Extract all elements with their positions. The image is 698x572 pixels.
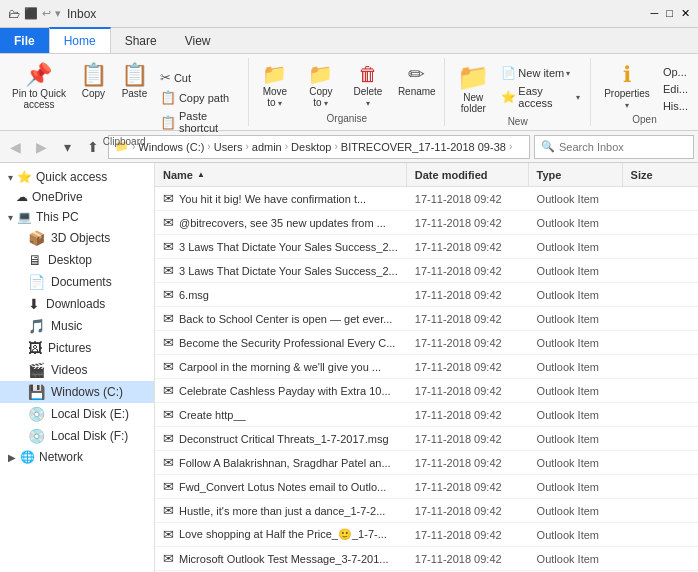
column-header-name[interactable]: Name ▲ — [155, 163, 407, 186]
search-input[interactable] — [559, 141, 687, 153]
tab-file[interactable]: File — [0, 28, 49, 53]
3d-objects-icon: 📦 — [28, 230, 45, 246]
paste-shortcut-button[interactable]: 📋 Paste shortcut — [156, 108, 242, 136]
sidebar-item-3d-objects[interactable]: 📦 3D Objects — [0, 227, 154, 249]
search-box[interactable]: 🔍 — [534, 135, 694, 159]
file-icon: ✉ — [163, 191, 174, 206]
window-buttons[interactable]: ─ □ ✕ — [651, 7, 690, 20]
table-row[interactable]: ✉Deconstruct Critical Threats_1-7-2017.m… — [155, 427, 698, 451]
table-row[interactable]: ✉Hustle, it's more than just a dance_1-7… — [155, 499, 698, 523]
table-row[interactable]: ✉Love shopping at Half the Price_🙂_1-7-.… — [155, 523, 698, 547]
tab-share[interactable]: Share — [111, 28, 171, 53]
file-name-text: Microsoft Outlook Test Message_3-7-201..… — [179, 553, 389, 565]
sidebar-item-onedrive[interactable]: ☁ OneDrive — [0, 187, 154, 207]
sidebar-item-downloads[interactable]: ⬇ Downloads — [0, 293, 154, 315]
file-type-cell: Outlook Item — [529, 481, 623, 493]
table-row[interactable]: ✉3 Laws That Dictate Your Sales Success_… — [155, 235, 698, 259]
pin-to-quick-access-button[interactable]: 📌 Pin to Quickaccess — [6, 62, 72, 112]
copyto-arrow: ▾ — [324, 99, 328, 108]
breadcrumb-desktop[interactable]: Desktop — [291, 141, 331, 153]
history-button[interactable]: His... — [659, 98, 692, 114]
column-header-type[interactable]: Type — [529, 163, 623, 186]
up-button[interactable]: ⬆ — [82, 136, 104, 158]
paste-button[interactable]: 📋 Paste — [115, 62, 154, 101]
table-row[interactable]: ✉Carpool in the morning & we'll give you… — [155, 355, 698, 379]
breadcrumb-admin[interactable]: admin — [252, 141, 282, 153]
table-row[interactable]: ✉Fwd_Convert Lotus Notes email to Outlo.… — [155, 475, 698, 499]
address-bar[interactable]: 📁 › Windows (C:) › Users › admin › Deskt… — [108, 135, 530, 159]
table-row[interactable]: ✉Create http__17-11-2018 09:42Outlook It… — [155, 403, 698, 427]
desktop-icon: 🖥 — [28, 252, 42, 268]
sidebar-item-videos[interactable]: 🎬 Videos — [0, 359, 154, 381]
sidebar-label-windows-c: Windows (C:) — [51, 385, 123, 399]
forward-button[interactable]: ▶ — [30, 136, 52, 158]
column-header-date[interactable]: Date modified — [407, 163, 529, 186]
new-item-button[interactable]: 📄 New item ▾ — [497, 64, 584, 82]
copy-path-button[interactable]: 📋 Copy path — [156, 88, 242, 107]
organise-label: Organise — [327, 113, 368, 126]
table-row[interactable]: ✉Celebrate Cashless Payday with Extra 10… — [155, 379, 698, 403]
table-row[interactable]: ✉Microsoft Outlook Test Message_3-7-201.… — [155, 547, 698, 571]
onedrive-icon: ☁ — [16, 190, 28, 204]
breadcrumb-folder[interactable]: BITRECOVER_17-11-2018 09-38 — [341, 141, 506, 153]
sidebar-item-documents[interactable]: 📄 Documents — [0, 271, 154, 293]
table-row[interactable]: ✉6.msg17-11-2018 09:42Outlook Item — [155, 283, 698, 307]
sidebar-item-pictures[interactable]: 🖼 Pictures — [0, 337, 154, 359]
file-name-text: 3 Laws That Dictate Your Sales Success_2… — [179, 265, 398, 277]
copy-button[interactable]: 📋 Copy — [74, 62, 113, 101]
sidebar-item-desktop[interactable]: 🖥 Desktop — [0, 249, 154, 271]
cut-button[interactable]: ✂ Cut — [156, 68, 242, 87]
sidebar-item-this-pc[interactable]: ▾ 💻 This PC — [0, 207, 154, 227]
sidebar-item-windows-c[interactable]: 💾 Windows (C:) — [0, 381, 154, 403]
clipboard-small-buttons: ✂ Cut 📋 Copy path 📋 Paste shortcut — [156, 62, 242, 136]
search-icon: 🔍 — [541, 140, 555, 153]
file-name-cell: ✉6.msg — [155, 287, 407, 302]
file-date-cell: 17-11-2018 09:42 — [407, 265, 529, 277]
file-name-text: Hustle, it's more than just a dance_1-7-… — [179, 505, 385, 517]
properties-button[interactable]: ℹ Properties ▾ — [597, 62, 657, 112]
open-button[interactable]: Op... — [659, 64, 692, 80]
clipboard-label: Clipboard — [103, 136, 146, 149]
tab-view[interactable]: View — [171, 28, 225, 53]
minimize-button[interactable]: ─ — [651, 7, 659, 20]
file-name-text: You hit it big! We have confirmation t..… — [179, 193, 366, 205]
file-name-cell: ✉3 Laws That Dictate Your Sales Success_… — [155, 239, 407, 254]
sidebar-item-local-disk-e[interactable]: 💿 Local Disk (E:) — [0, 403, 154, 425]
sidebar-item-quick-access[interactable]: ▾ ⭐ Quick access — [0, 167, 154, 187]
file-list-header: Name ▲ Date modified Type Size — [155, 163, 698, 187]
sidebar-label-3d-objects: 3D Objects — [51, 231, 110, 245]
new-folder-button[interactable]: 📁 Newfolder — [451, 62, 495, 116]
sidebar-item-network[interactable]: ▶ 🌐 Network — [0, 447, 154, 467]
sidebar-item-music[interactable]: 🎵 Music — [0, 315, 154, 337]
tab-home[interactable]: Home — [49, 27, 111, 53]
table-row[interactable]: ✉Become the Security Professional Every … — [155, 331, 698, 355]
close-button[interactable]: ✕ — [681, 7, 690, 20]
file-name-cell: ✉You hit it big! We have confirmation t.… — [155, 191, 407, 206]
maximize-button[interactable]: □ — [666, 7, 673, 20]
copy-to-button[interactable]: 📁 Copyto ▾ — [299, 62, 343, 110]
column-header-size[interactable]: Size — [623, 163, 698, 186]
table-row[interactable]: ✉Follow A Balakrishnan, Sragdhar Patel a… — [155, 451, 698, 475]
file-date-cell: 17-11-2018 09:42 — [407, 193, 529, 205]
file-date-cell: 17-11-2018 09:42 — [407, 457, 529, 469]
table-row[interactable]: ✉3 Laws That Dictate Your Sales Success_… — [155, 259, 698, 283]
recent-locations-button[interactable]: ▾ — [56, 136, 78, 158]
delete-button[interactable]: 🗑 Delete ▾ — [345, 62, 391, 110]
undo-icon: ↩ — [42, 7, 51, 20]
back-button[interactable]: ◀ — [4, 136, 26, 158]
sidebar-item-local-disk-f[interactable]: 💿 Local Disk (F:) — [0, 425, 154, 447]
edit-button[interactable]: Edi... — [659, 81, 692, 97]
file-name-text: Fwd_Convert Lotus Notes email to Outlo..… — [179, 481, 386, 493]
table-row[interactable]: ✉You hit it big! We have confirmation t.… — [155, 187, 698, 211]
copy-path-icon: 📋 — [160, 90, 176, 105]
table-row[interactable]: ✉Back to School Center is open — get eve… — [155, 307, 698, 331]
table-row[interactable]: ✉@bitrecovers, see 35 new updates from .… — [155, 211, 698, 235]
move-to-button[interactable]: 📁 Moveto ▾ — [253, 62, 297, 110]
cut-icon: ✂ — [160, 70, 171, 85]
file-icon: ✉ — [163, 551, 174, 566]
breadcrumb-users[interactable]: Users — [214, 141, 243, 153]
breadcrumb-windows[interactable]: Windows (C:) — [138, 141, 204, 153]
easy-access-button[interactable]: ⭐ Easy access ▾ — [497, 83, 584, 111]
file-type-cell: Outlook Item — [529, 361, 623, 373]
rename-button[interactable]: ✏ Rename — [393, 62, 441, 99]
